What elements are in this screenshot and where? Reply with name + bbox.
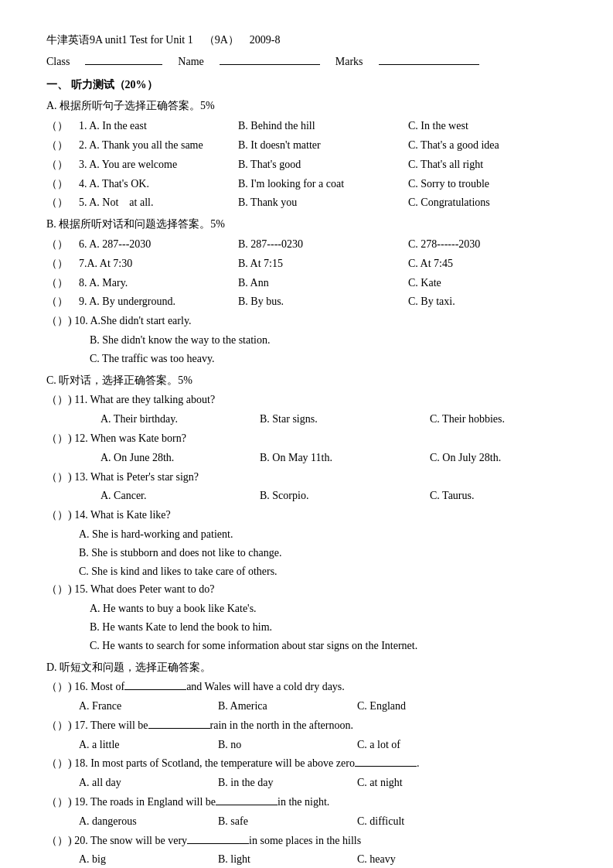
q18-row: （ ） ) 18. In most parts of Scotland, the… — [46, 754, 567, 773]
q2-paren: （ — [46, 136, 57, 155]
q12-text: ) 12. When was Kate born? — [68, 429, 186, 448]
q20-optB: B. light — [218, 850, 357, 868]
q3-optB: B. That's good — [238, 155, 408, 174]
q8-optA: 8. A. Mary. — [68, 274, 238, 292]
q16-optB: B. America — [218, 697, 357, 716]
q5-paren: （ — [46, 193, 57, 212]
q10-paren2: ） — [57, 312, 68, 330]
q19-optA: A. dangerous — [79, 812, 218, 831]
q14-row: （ ） ) 14. What is Kate like? — [46, 506, 567, 525]
class-field[interactable] — [85, 53, 162, 65]
q7-optA: 7.A. At 7:30 — [68, 255, 238, 273]
q5-row: （ ） 5. A. Not at all. B. Thank you C. Co… — [46, 193, 567, 212]
q9-paren2: ） — [57, 292, 68, 311]
q2-row: （ ） 2. A. Thank you all the same B. It d… — [46, 136, 567, 155]
q17-blank — [148, 718, 210, 729]
q12-row: （ ） ) 12. When was Kate born? — [46, 429, 567, 448]
q8-optB: B. Ann — [238, 274, 408, 292]
q2-optB: B. It doesn't matter — [238, 136, 408, 155]
q20-optC: C. heavy — [357, 850, 396, 868]
q20-optA: A. big — [79, 850, 218, 868]
q19-optC: C. difficult — [357, 812, 404, 831]
q16-text: ) 16. Most of — [68, 678, 124, 696]
marks-label: Marks — [335, 53, 363, 71]
q3-paren: （ — [46, 155, 57, 174]
q19-opts: A. dangerous B. safe C. difficult — [46, 812, 567, 831]
partD-title: D. 听短文和问题，选择正确答案。 — [46, 658, 567, 677]
q12-opts: A. On June 28th. B. On May 11th. C. On J… — [46, 449, 567, 467]
q11-opts: A. Their birthday. B. Star signs. C. The… — [46, 410, 567, 429]
q12-optB: B. On May 11th. — [260, 449, 430, 467]
q9-paren: （ — [46, 292, 57, 311]
q2-optA: 2. A. Thank you all the same — [68, 136, 238, 155]
q16-blank — [124, 679, 186, 690]
q1-row: （ ） 1. A. In the east B. Behind the hill… — [46, 117, 567, 135]
q13-optB: B. Scorpio. — [260, 487, 430, 505]
exam-title: 牛津英语9A unit1 Test for Unit 1 （9A） 2009-8 — [46, 31, 280, 50]
q14-optA: A. She is hard-working and patient. — [46, 525, 567, 544]
q6-optB: B. 287----0230 — [238, 235, 408, 254]
q16-optA: A. France — [79, 697, 218, 716]
q5-optA: 5. A. Not at all. — [68, 193, 238, 212]
q1-optB: B. Behind the hill — [238, 117, 408, 135]
q14-optB: B. She is stubborn and does not like to … — [46, 544, 567, 562]
q10-row: （ ） ) 10. A.She didn't start early. — [46, 312, 567, 330]
q5-optC: C. Congratulations — [408, 193, 563, 212]
q18-optB: B. in the day — [218, 774, 357, 792]
q13-optA: A. Cancer. — [90, 487, 260, 505]
q15-optA: A. He wants to buy a book like Kate's. — [46, 600, 567, 618]
q6-optA: 6. A. 287---2030 — [68, 235, 238, 254]
marks-field[interactable] — [379, 53, 479, 65]
q19-text: ) 19. The roads in England will be — [68, 793, 216, 812]
q9-row: （ ） 9. A. By underground. B. By bus. C. … — [46, 292, 567, 311]
q15-optC: C. He wants to search for some informati… — [46, 637, 567, 655]
q4-paren: （ — [46, 175, 57, 193]
q12-optA: A. On June 28th. — [90, 449, 260, 467]
q11-optC: C. Their hobbies. — [430, 410, 584, 429]
q16-row: （ ） ) 16. Most of and Wales will have a … — [46, 678, 567, 696]
q4-optB: B. I'm looking for a coat — [238, 175, 408, 193]
q3-optA: 3. A. You are welcome — [68, 155, 238, 174]
q9-optA: 9. A. By underground. — [68, 292, 238, 311]
q5-paren2: ） — [57, 193, 68, 212]
q9-optB: B. By bus. — [238, 292, 408, 311]
q17-rest: rain in the north in the afternoon. — [210, 716, 353, 735]
questions-11-15: （ ） ) 11. What are they talking about? A… — [46, 391, 567, 654]
q20-text: ) 20. The snow will be very — [68, 832, 187, 850]
q17-optC: C. a lot of — [357, 736, 400, 754]
q4-optA: 4. A. That's OK. — [68, 175, 238, 193]
q8-paren2: ） — [57, 274, 68, 292]
q10-paren: （ — [46, 312, 57, 330]
q6-paren2: ） — [57, 235, 68, 254]
q17-opts: A. a little B. no C. a lot of — [46, 736, 567, 754]
q16-rest: and Wales will have a cold dry days. — [186, 678, 345, 696]
q19-rest: in the night. — [278, 793, 329, 812]
q6-optC: C. 278------2030 — [408, 235, 563, 254]
q16-optC: C. England — [357, 697, 406, 716]
section1-title: 一、 听力测试（20%） — [46, 76, 567, 94]
q4-optC: C. Sorry to trouble — [408, 175, 563, 193]
partA-title: A. 根据所听句子选择正确答案。5% — [46, 97, 567, 115]
q1-optA: 1. A. In the east — [68, 117, 238, 135]
q19-blank — [216, 795, 278, 805]
q14-optC: C. She is kind and likes to take care of… — [46, 562, 567, 581]
q18-text: ) 18. In most parts of Scotland, the tem… — [68, 754, 355, 773]
name-field[interactable] — [220, 53, 320, 65]
q15-text: ) 15. What does Peter want to do? — [68, 580, 214, 599]
q7-optB: B. At 7:15 — [238, 255, 408, 273]
q7-paren2: ） — [57, 255, 68, 273]
questions-16-20: （ ） ) 16. Most of and Wales will have a … — [46, 678, 567, 868]
q4-row: （ ） 4. A. That's OK. B. I'm looking for … — [46, 175, 567, 193]
q1-paren: （ — [46, 117, 57, 135]
q5-optB: B. Thank you — [238, 193, 408, 212]
q9-optC: C. By taxi. — [408, 292, 563, 311]
q19-row: （ ） ) 19. The roads in England will be i… — [46, 793, 567, 812]
q10-text: ) 10. A.She didn't start early. — [68, 312, 191, 330]
q2-paren2: ） — [57, 136, 68, 155]
q1-paren2: ） — [57, 117, 68, 135]
q2-optC: C. That's a good idea — [408, 136, 563, 155]
q10-c: C. The traffic was too heavy. — [46, 350, 567, 368]
q13-row: （ ） ) 13. What is Peter's star sign? — [46, 468, 567, 487]
q17-optB: B. no — [218, 736, 357, 754]
q3-optC: C. That's all right — [408, 155, 563, 174]
